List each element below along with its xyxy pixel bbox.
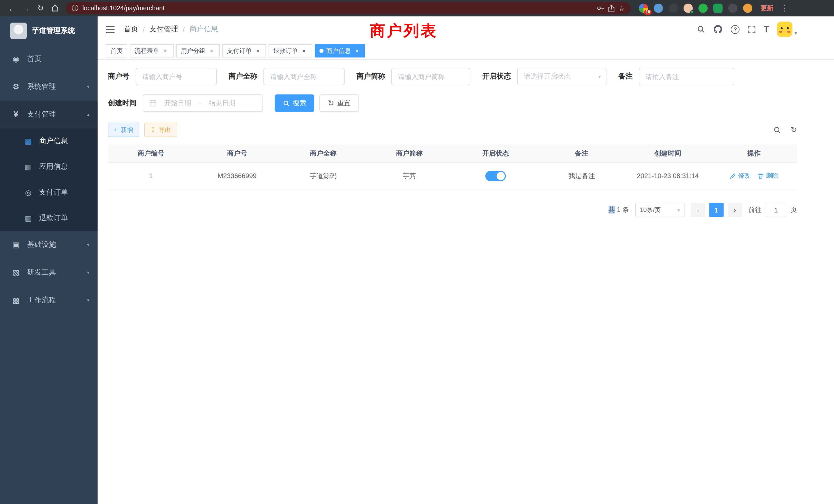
edit-link[interactable]: 修改 [730,171,750,180]
logo-avatar [10,23,27,39]
sidebar-subitem-pay-order[interactable]: ◎ 支付订单 [0,180,97,205]
url-text: localhost:1024/pay/merchant [83,5,164,12]
user-menu[interactable]: ▾ [777,22,797,37]
export-button-label: 导出 [159,125,171,134]
page-1-button[interactable]: 1 [709,203,724,217]
reload-icon[interactable]: ↻ [34,2,47,15]
next-page-button[interactable]: › [728,203,742,217]
dashboard-icon: ◉ [11,54,21,64]
add-button[interactable]: + 新增 [108,123,139,137]
filter-merchant-no: 商户号 [108,68,217,85]
column-header: 商户编号 [108,148,194,158]
filter-full-name: 商户全称 [228,68,345,85]
tab-flow-form[interactable]: 流程表单 × [130,44,174,58]
chevron-down-icon: ▾ [87,242,89,247]
sidebar-subitem-app-info[interactable]: ▦ 应用信息 [0,154,97,180]
column-header: 商户号 [194,148,280,158]
cell-actions: 修改 删除 [711,171,797,180]
share-icon[interactable] [608,4,615,12]
tab-home[interactable]: 首页 [106,44,127,58]
site-info-icon[interactable]: ⓘ [72,4,78,13]
search-icon[interactable] [697,25,705,33]
refresh-table-icon[interactable]: ↻ [791,125,797,135]
bookmark-star-icon[interactable]: ☆ [619,4,624,12]
short-name-input[interactable] [391,68,470,85]
full-name-input[interactable] [263,68,345,85]
goto-suffix: 页 [790,205,797,214]
gear-icon: ⚙ [11,82,21,91]
tab-label: 商户信息 [326,46,351,55]
close-icon[interactable]: × [208,47,215,54]
close-icon[interactable]: × [301,47,308,54]
tab-pay-order[interactable]: 支付订单 × [222,44,266,58]
font-size-icon[interactable]: T [764,25,769,34]
pay-order-icon: ◎ [24,188,33,197]
user-avatar[interactable] [777,22,792,37]
breadcrumb-item-payment[interactable]: 支付管理 [150,25,178,34]
tab-user-group[interactable]: 用户分组 × [176,44,220,58]
password-key-icon[interactable] [597,5,604,12]
status-toggle[interactable] [485,171,506,181]
sidebar-item-label: 基础设施 [27,240,56,249]
reset-button-label: 重置 [337,98,351,108]
extension-icon-3[interactable] [668,4,678,13]
prev-page-button[interactable]: ‹ [691,203,705,217]
browser-update-button[interactable]: 更新 [761,4,773,13]
delete-link-label: 删除 [766,171,778,180]
remark-input[interactable] [639,68,734,85]
logo[interactable]: 芋道管理系统 [0,17,97,45]
extension-icon-7[interactable] [728,4,738,13]
infrastructure-icon: ▣ [11,240,21,249]
extension-icon-1[interactable]: 10 [639,4,648,13]
home-icon[interactable] [48,2,62,15]
extension-icon-2[interactable] [654,4,663,13]
breadcrumb-item-home[interactable]: 首页 [124,25,138,34]
sidebar-subitem-label: 退款订单 [39,213,68,223]
goto-page-input[interactable] [766,203,786,217]
total-suffix: 条 [622,206,629,213]
help-icon[interactable]: ? [731,25,740,33]
extensions-area: 10 [639,4,752,13]
toggle-search-icon[interactable] [774,126,781,134]
sidebar-item-home[interactable]: ◉ 首页 [0,45,97,73]
page-size-select[interactable]: 10条/页 ▾ [635,203,684,217]
sidebar-item-label: 支付管理 [27,110,56,119]
sidebar-item-payment-mgmt[interactable]: ¥ 支付管理 ▴ [0,100,97,128]
extension-icon-5[interactable] [698,4,708,13]
app-title: 芋道管理系统 [32,26,75,36]
tab-merchant-info[interactable]: 商户信息 × [315,44,365,58]
toolbar-right: ↻ [774,125,797,135]
search-button-label: 搜索 [293,98,306,108]
status-select[interactable]: 请选择开启状态 ▾ [517,68,607,85]
tab-refund-order[interactable]: 退款订单 × [269,44,312,58]
merchant-no-input[interactable] [136,68,217,85]
browser-menu-icon[interactable]: ⋮ [777,2,791,15]
close-icon[interactable]: × [254,47,261,54]
sidebar-item-dev-tools[interactable]: ▧ 研发工具 ▾ [0,259,97,287]
pagination: 共 1 条 10条/页 ▾ ‹ 1 › 前往 [108,203,797,217]
caret-down-icon: ▾ [794,30,797,36]
github-icon[interactable] [713,25,723,34]
forward-icon[interactable]: → [20,2,33,15]
date-range-picker[interactable]: 开始日期 - 结束日期 [143,94,263,112]
delete-link[interactable]: 删除 [758,171,778,180]
reset-button[interactable]: ↻ 重置 [320,94,359,112]
sidebar-toggle-icon[interactable] [106,25,114,33]
close-icon[interactable]: × [353,47,360,54]
extension-icon-6[interactable] [713,4,723,13]
close-icon[interactable]: × [162,47,169,54]
export-button[interactable]: ↧ 导出 [144,123,177,137]
extension-icon-4[interactable] [683,4,693,13]
sidebar-item-system-mgmt[interactable]: ⚙ 系统管理 ▾ [0,73,97,100]
search-button[interactable]: 搜索 [275,94,314,112]
fullscreen-icon[interactable] [748,25,755,33]
extension-icon-8[interactable] [743,4,752,13]
cell-short-name: 芋艿 [367,171,453,180]
sidebar-subitem-merchant-info[interactable]: ▤ 商户信息 [0,128,97,154]
back-icon[interactable]: ← [5,2,19,15]
url-bar[interactable]: ⓘ localhost:1024/pay/merchant ☆ [66,2,631,14]
sidebar-subitem-label: 商户信息 [39,137,68,146]
sidebar-subitem-refund-order[interactable]: ▥ 退款订单 [0,205,97,231]
sidebar-item-workflow[interactable]: ▩ 工作流程 ▾ [0,287,97,314]
sidebar-item-infrastructure[interactable]: ▣ 基础设施 ▾ [0,231,97,259]
